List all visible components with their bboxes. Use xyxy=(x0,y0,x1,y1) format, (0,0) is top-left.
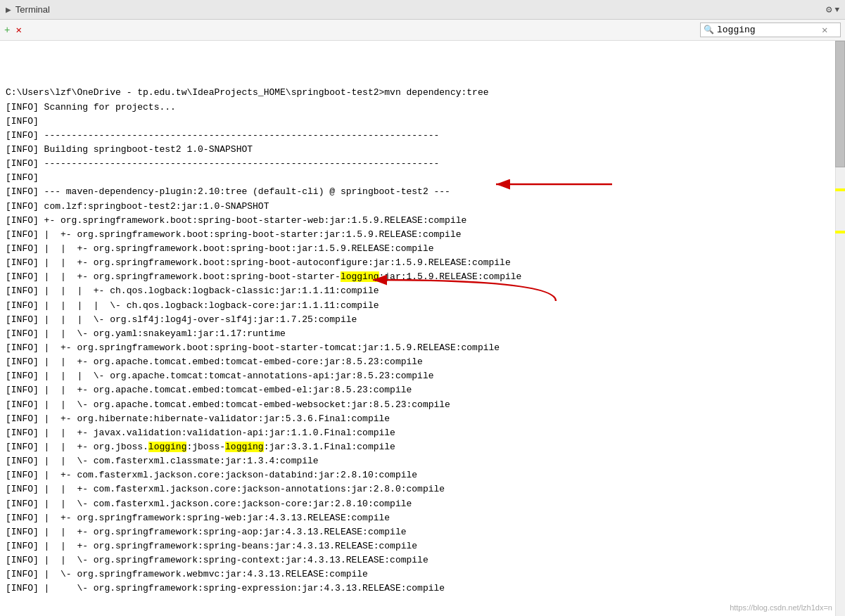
title-text: Terminal xyxy=(15,4,50,15)
search-box: 🔍 ✕ xyxy=(700,23,841,37)
toolbar: + ✕ 🔍 ✕ xyxy=(0,20,845,41)
terminal-line: [INFO] | | +- org.springframework.boot:s… xyxy=(6,256,839,270)
terminal-line: [INFO] | \- org.springframework.webmvc:j… xyxy=(6,567,839,582)
terminal-line: [INFO] | +- org.springframework.boot:spr… xyxy=(6,228,839,242)
search-input[interactable] xyxy=(717,25,819,35)
terminal-line: [INFO] | | +- org.springframework:spring… xyxy=(6,525,839,539)
scrollbar-thumb[interactable] xyxy=(835,41,845,167)
terminal-line: C:\Users\lzf\OneDrive - tp.edu.tw\IdeaPr… xyxy=(6,86,839,100)
add-button[interactable]: + xyxy=(4,25,10,35)
terminal-line: [INFO] Building springboot-test2 1.0-SNA… xyxy=(6,143,839,157)
terminal-line: [INFO] +- org.springframework.boot:sprin… xyxy=(6,214,839,228)
scroll-marker-1 xyxy=(835,188,845,191)
terminal-line: [INFO] | | \- com.fasterxml.classmate:ja… xyxy=(6,454,839,468)
terminal-line: [INFO] | | | \- org.slf4j:log4j-over-slf… xyxy=(6,313,839,327)
terminal-line: [INFO] | +- org.hibernate:hibernate-vali… xyxy=(6,412,839,426)
terminal-line: [INFO] | +- com.fasterxml.jackson.core:j… xyxy=(6,468,839,482)
terminal-line: [INFO] | \- org.springframework:spring-e… xyxy=(6,582,839,596)
terminal-line: [INFO] | | | \- org.apache.tomcat:tomcat… xyxy=(6,369,839,383)
terminal-line: [INFO] | | \- com.fasterxml.jackson.core… xyxy=(6,497,839,511)
watermark: https://blog.csdn.net/lzh1dx=n xyxy=(730,603,832,612)
terminal-line: [INFO] xyxy=(6,171,839,185)
gear-icon[interactable]: ⚙ xyxy=(826,4,832,15)
terminal-line: [INFO] | | +- org.jboss.logging:jboss-lo… xyxy=(6,440,839,454)
search-icon: 🔍 xyxy=(704,25,714,35)
terminal-line: [INFO] | | +- org.springframework.boot:s… xyxy=(6,270,839,284)
clear-button[interactable]: ✕ xyxy=(822,25,827,35)
terminal-line: [INFO] Scanning for projects... xyxy=(6,101,839,115)
dropdown-icon[interactable]: ▼ xyxy=(834,6,839,14)
scroll-marker-2 xyxy=(835,231,845,233)
terminal-line: [INFO] ---------------------------------… xyxy=(6,129,839,143)
terminal-body: C:\Users\lzf\OneDrive - tp.edu.tw\IdeaPr… xyxy=(0,41,845,616)
terminal-line: [INFO] --- maven-dependency-plugin:2.10:… xyxy=(6,185,839,199)
terminal-line: [INFO] | | +- org.springframework.boot:s… xyxy=(6,242,839,256)
terminal-line: [INFO] ---------------------------------… xyxy=(6,157,839,171)
terminal-line: [INFO] | | \- org.yaml:snakeyaml:jar:1.1… xyxy=(6,327,839,341)
scrollbar-area[interactable] xyxy=(835,41,845,616)
terminal-line: [INFO] com.lzf:springboot-test2:jar:1.0-… xyxy=(6,200,839,214)
terminal-line: [INFO] | | +- org.apache.tomcat.embed:to… xyxy=(6,355,839,369)
terminal-line: [INFO] xyxy=(6,115,839,129)
terminal-content: C:\Users\lzf\OneDrive - tp.edu.tw\IdeaPr… xyxy=(0,41,845,598)
terminal-line: [INFO] | | +- com.fasterxml.jackson.core… xyxy=(6,482,839,496)
terminal-line: [INFO] | | +- org.springframework:spring… xyxy=(6,539,839,553)
terminal-line: [INFO] | | +- org.apache.tomcat.embed:to… xyxy=(6,383,839,397)
terminal-line: [INFO] | | +- javax.validation:validatio… xyxy=(6,426,839,440)
terminal-line: [INFO] | | \- org.springframework:spring… xyxy=(6,553,839,567)
title-bar: ▶ Terminal ⚙ ▼ xyxy=(0,0,845,20)
terminal-line: [INFO] | +- org.springframework.boot:spr… xyxy=(6,341,839,355)
close-button[interactable]: ✕ xyxy=(15,25,21,35)
terminal-icon: ▶ xyxy=(6,4,11,15)
terminal-line: [INFO] | | | | \- ch.qos.logback:logback… xyxy=(6,299,839,313)
terminal-line: [INFO] | | \- org.apache.tomcat.embed:to… xyxy=(6,398,839,412)
terminal-line: [INFO] | | | +- ch.qos.logback:logback-c… xyxy=(6,284,839,298)
terminal-line: [INFO] | +- org.springframework:spring-w… xyxy=(6,511,839,525)
